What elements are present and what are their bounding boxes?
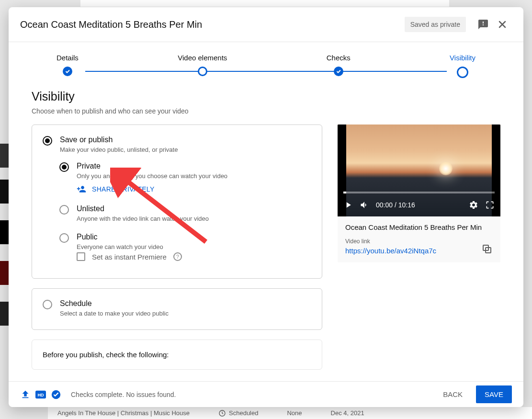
- visibility-sub: Choose when to publish and who can see y…: [32, 107, 500, 115]
- private-label: Private: [77, 162, 227, 170]
- step-visibility[interactable]: Visibility: [450, 54, 475, 78]
- step-dot-active-icon: [457, 67, 468, 78]
- step-details[interactable]: Details: [57, 54, 79, 76]
- unlisted-desc: Anyone with the video link can watch you…: [77, 215, 209, 222]
- step-video-elements[interactable]: Video elements: [178, 54, 227, 76]
- saved-as-private-badge: Saved as private: [405, 17, 466, 32]
- video-link-url[interactable]: https://youtu.be/av42iNtqa7c: [345, 247, 436, 255]
- save-or-publish-label: Save or publish: [60, 136, 178, 144]
- radio-unlisted[interactable]: [59, 205, 69, 215]
- save-or-publish-card: Save or publish Make your video public, …: [32, 125, 322, 279]
- radio-private[interactable]: [59, 162, 69, 172]
- fullscreen-icon[interactable]: [485, 200, 495, 210]
- footer-status: Checks complete. No issues found.: [71, 391, 176, 398]
- check-circle-icon: [51, 389, 61, 400]
- step-checks[interactable]: Checks: [327, 54, 351, 76]
- dialog-header: Ocean Coast Meditation 5 Breaths Per Min…: [9, 7, 523, 42]
- public-label: Public: [77, 233, 163, 241]
- copy-icon[interactable]: [481, 243, 493, 255]
- radio-schedule[interactable]: [43, 300, 52, 309]
- step-dot-icon: [198, 67, 207, 76]
- check-icon: [334, 67, 343, 76]
- play-icon[interactable]: [343, 200, 353, 210]
- save-or-publish-desc: Make your video public, unlisted, or pri…: [60, 146, 178, 153]
- feedback-icon[interactable]: [474, 15, 493, 34]
- back-button[interactable]: BACK: [436, 385, 469, 403]
- svg-text:HD: HD: [37, 392, 44, 397]
- bg-video-row: Angels In The House | Christmas | Music …: [48, 407, 532, 419]
- dialog-title: Ocean Coast Meditation 5 Breaths Per Min: [20, 19, 405, 30]
- video-player[interactable]: 00:00 / 10:16: [338, 125, 500, 216]
- schedule-label: Schedule: [60, 299, 169, 308]
- close-icon[interactable]: [493, 15, 512, 34]
- unlisted-label: Unlisted: [77, 204, 209, 213]
- save-button[interactable]: SAVE: [476, 385, 512, 403]
- dialog-footer: HD Checks complete. No issues found. BAC…: [9, 381, 523, 407]
- video-preview: 00:00 / 10:16 Ocean Coast Meditation 5 B…: [338, 125, 500, 262]
- upload-icon: [20, 389, 31, 400]
- video-time: 00:00 / 10:16: [376, 201, 415, 209]
- video-link-label: Video link: [345, 238, 436, 245]
- public-desc: Everyone can watch your video: [77, 243, 163, 250]
- before-publish-card: Before you publish, check the following:: [32, 340, 322, 370]
- checkbox-instant-premiere[interactable]: [77, 252, 85, 261]
- radio-public[interactable]: [59, 233, 69, 243]
- share-privately-button[interactable]: SHARE PRIVATELY: [77, 184, 227, 194]
- schedule-card: Schedule Select a date to make your vide…: [32, 288, 322, 330]
- stepper: Details Video elements Checks Visibility: [9, 42, 523, 86]
- volume-icon[interactable]: [360, 200, 369, 210]
- preview-title: Ocean Coast Meditation 5 Breaths Per Min: [345, 223, 493, 231]
- gear-icon[interactable]: [469, 200, 478, 210]
- radio-save-or-publish[interactable]: [43, 136, 52, 146]
- visibility-heading: Visibility: [32, 90, 500, 103]
- person-add-icon: [77, 184, 86, 194]
- before-publish-title: Before you publish, check the following:: [43, 351, 311, 359]
- private-desc: Only you and people you choose can watch…: [77, 172, 227, 180]
- hd-badge-icon: HD: [35, 390, 46, 399]
- upload-dialog: Ocean Coast Meditation 5 Breaths Per Min…: [9, 7, 523, 407]
- instant-premiere-label: Set as instant Premiere: [92, 253, 167, 261]
- help-icon[interactable]: ?: [173, 252, 182, 261]
- schedule-desc: Select a date to make your video public: [60, 310, 169, 317]
- check-icon: [63, 67, 72, 76]
